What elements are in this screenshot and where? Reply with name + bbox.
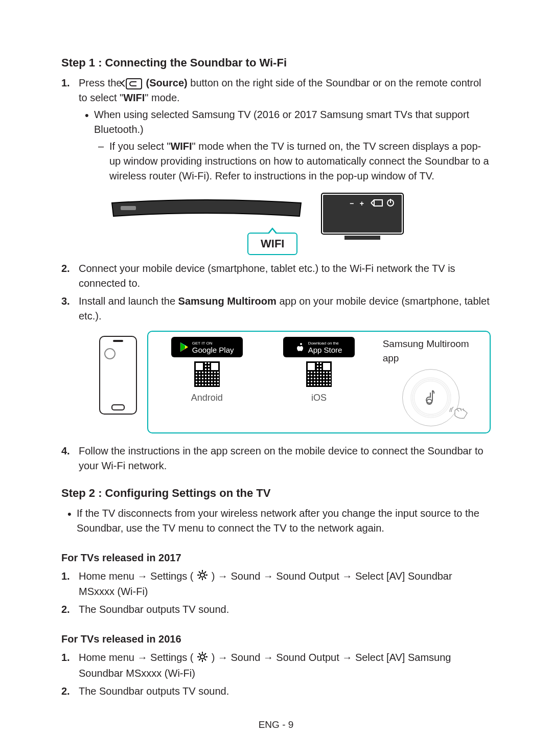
- text: Home menu → Settings (: [79, 570, 196, 582]
- svg-point-9: [200, 573, 204, 577]
- list-item: 1. Home menu → Settings ( ) → Sound → So…: [79, 569, 491, 599]
- gear-icon: [197, 651, 208, 666]
- dash-list: If you select "WIFI" mode when the TV is…: [94, 139, 491, 184]
- list-number: 2.: [61, 602, 70, 617]
- text: " mode.: [145, 92, 179, 103]
- badge-main-text: Google Play: [192, 346, 234, 354]
- text: If the TV disconnects from your wireless…: [77, 508, 479, 534]
- source-label: (Source): [146, 77, 188, 88]
- phone-icon: [99, 336, 137, 415]
- manual-page: Step 1 : Connecting the Soundbar to Wi-F…: [0, 0, 552, 756]
- page-footer: ENG - 9: [0, 719, 552, 730]
- list-item: 2. The Soundbar outputs TV sound.: [79, 684, 491, 699]
- list-number: 2.: [61, 261, 70, 276]
- svg-rect-3: [344, 236, 380, 240]
- tv2017-list: 1. Home menu → Settings ( ) → Sound → So…: [61, 569, 491, 617]
- text: Press the: [79, 77, 125, 88]
- tv2017-heading: For TVs released in 2017: [61, 552, 491, 564]
- step1-item3: 3. Install and launch the Samsung Multir…: [79, 294, 491, 433]
- qr-code-icon: [194, 361, 220, 387]
- google-play-icon: [180, 342, 189, 352]
- svg-line-15: [204, 577, 206, 579]
- text: Connect your mobile device (smartphone, …: [79, 263, 455, 289]
- tv-icon: − +: [319, 191, 406, 242]
- svg-line-17: [204, 571, 206, 573]
- app-store-column: Download on the App Store iOS: [270, 337, 367, 426]
- wifi-word: WIFI: [123, 92, 145, 103]
- app-store-badge: Download on the App Store: [283, 337, 355, 357]
- google-play-badge: GET IT ON Google Play: [171, 337, 243, 357]
- step1-item4: 4. Follow the instructions in the app sc…: [79, 444, 491, 473]
- svg-line-25: [199, 659, 200, 660]
- soundbar-wifi-illustration: WIFI − +: [109, 191, 416, 252]
- text: If you select ": [109, 141, 170, 152]
- platform-label: iOS: [311, 391, 327, 404]
- text: The Soundbar outputs TV sound.: [79, 604, 229, 615]
- svg-rect-0: [121, 206, 136, 210]
- list-number: 1.: [61, 650, 70, 665]
- step1-heading: Step 1 : Connecting the Soundbar to Wi-F…: [61, 56, 491, 70]
- svg-point-18: [200, 655, 204, 659]
- soundbar-icon: [109, 199, 304, 219]
- step1-list: 1. Press the (Source) button on the righ…: [61, 76, 491, 473]
- app-download-panel: GET IT ON Google Play Android: [99, 331, 491, 433]
- text: Follow the instructions in the app scree…: [79, 445, 484, 471]
- list-number: 1.: [61, 569, 70, 584]
- bullet-item: If the TV disconnects from your wireless…: [77, 506, 491, 536]
- app-icon-on-phone: [104, 348, 116, 359]
- apple-icon: [296, 342, 305, 352]
- list-number: 3.: [61, 294, 70, 309]
- step1-item1: 1. Press the (Source) button on the righ…: [79, 76, 491, 252]
- multiroom-app-icon: [402, 369, 459, 426]
- step2-heading: Step 2 : Configuring Settings on the TV: [61, 487, 491, 500]
- list-number: 4.: [61, 444, 70, 459]
- tv2016-heading: For TVs released in 2016: [61, 633, 491, 645]
- step1-sublist: When using selected Samsung TV (2016 or …: [79, 107, 491, 184]
- badge-main-text: App Store: [308, 346, 342, 354]
- bullet-item: When using selected Samsung TV (2016 or …: [94, 107, 491, 184]
- list-item: 2. The Soundbar outputs TV sound.: [79, 602, 491, 617]
- step1-item2: 2. Connect your mobile device (smartphon…: [79, 261, 491, 291]
- svg-line-24: [204, 659, 206, 660]
- text: Install and launch the: [79, 295, 178, 307]
- gear-icon: [197, 569, 208, 584]
- qr-code-icon: [306, 361, 332, 387]
- svg-line-16: [199, 577, 200, 579]
- platform-label: Android: [191, 391, 223, 404]
- text: When using selected Samsung TV (2016 or …: [94, 109, 469, 135]
- app-name: Samsung Multiroom: [178, 295, 277, 307]
- svg-text:−   +: − +: [350, 199, 364, 208]
- wifi-callout: WIFI: [247, 233, 297, 255]
- source-icon: [126, 78, 142, 89]
- list-number: 2.: [61, 684, 70, 699]
- wifi-word: WIFI: [170, 141, 192, 152]
- google-play-column: GET IT ON Google Play Android: [158, 337, 255, 426]
- dash-item: If you select "WIFI" mode when the TV is…: [109, 139, 491, 184]
- list-number: 1.: [61, 76, 70, 90]
- multiroom-label: Samsung Multiroom app: [383, 337, 479, 365]
- svg-line-14: [199, 571, 200, 573]
- text: The Soundbar outputs TV sound.: [79, 685, 229, 697]
- svg-line-26: [204, 653, 206, 655]
- app-store-group: GET IT ON Google Play Android: [147, 331, 491, 433]
- tv2016-list: 1. Home menu → Settings ( ) → Sound → So…: [61, 650, 491, 698]
- list-item: 1. Home menu → Settings ( ) → Sound → So…: [79, 650, 491, 680]
- svg-line-23: [199, 653, 200, 655]
- text: Home menu → Settings (: [79, 652, 196, 663]
- step2-bullets: If the TV disconnects from your wireless…: [61, 506, 491, 536]
- hand-tap-icon: [449, 405, 469, 421]
- multiroom-column: Samsung Multiroom app: [383, 337, 479, 426]
